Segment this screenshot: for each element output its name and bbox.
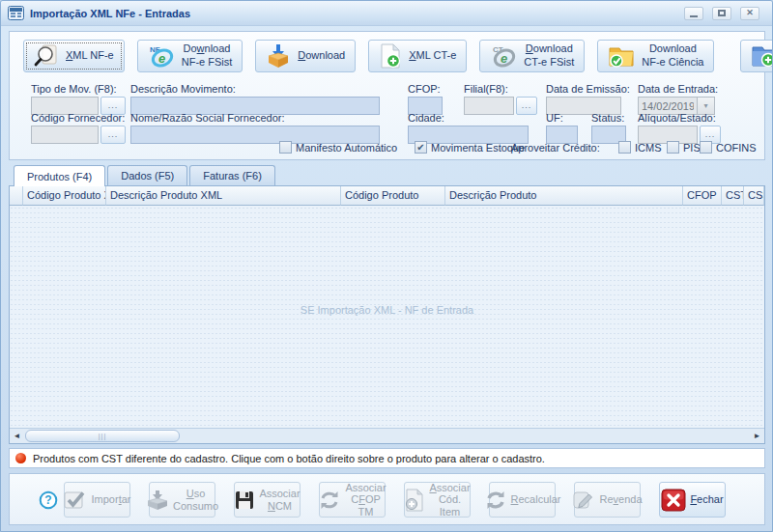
associar-cod-item-button: AssociarCód. Item — [404, 482, 471, 518]
uso-consumo-button-label: UsoConsumo — [173, 488, 218, 512]
col-row-indicator[interactable] — [10, 186, 23, 206]
horizontal-scrollbar[interactable]: ◄ ||| ► — [10, 428, 764, 443]
opcoes-button[interactable]: Opções + — [740, 40, 773, 72]
download-box-icon — [266, 43, 291, 69]
minimize-button[interactable] — [684, 7, 703, 20]
checkbox-manifesto-automatico[interactable]: Manifesto Automático — [279, 141, 397, 154]
col-cfop[interactable]: CFOP — [683, 186, 722, 206]
tipo-mov-field: Tipo de Mov. (F8): ... — [31, 83, 126, 115]
col-cst[interactable]: CST — [722, 186, 744, 206]
scroll-grip-icon: ||| — [99, 433, 106, 439]
descricao-movimento-label: Descrição Movimento: — [130, 83, 380, 95]
codigo-fornecedor-label: Código Fornecedor: — [31, 112, 126, 124]
importar-button-label: Importar — [92, 493, 131, 506]
col-descricao-produto-xml[interactable]: Descrição Produto XML — [106, 186, 341, 206]
products-grid: Código Produto XMLDescrição Produto XMLC… — [9, 185, 765, 444]
tab-control: Produtos (F4)Dados (F5)Faturas (F6) Códi… — [9, 164, 765, 444]
grid-body[interactable]: SE Importação XML - NF de Entrada — [10, 206, 764, 429]
recalcular-button: Recalcular — [489, 482, 556, 518]
header-panel: XML NF-eNFeDownloadNF-e FSistDownloadXML… — [9, 31, 765, 160]
checkbox-icms[interactable]: ICMS — [618, 141, 662, 154]
close-red-icon — [661, 489, 686, 512]
titlebar: Importação XML NFe - Entradas ✕ — [1, 1, 772, 26]
download-cte-fsist-button-label: DownloadCT-e FSist — [524, 42, 574, 70]
associar-cod-item-button-label: AssociarCód. Item — [429, 482, 470, 518]
pencil-icon — [572, 490, 595, 511]
revenda-button-label: Revenda — [599, 493, 642, 506]
col-codigo-produto-xml[interactable]: Código Produto XML — [23, 186, 106, 206]
svg-text:e: e — [501, 51, 507, 66]
scroll-thumb[interactable]: ||| — [25, 430, 180, 442]
checkbox-movimenta-estoque[interactable]: ✔Movimenta Estoque — [415, 141, 525, 154]
data-entrada-field: Data de Entrada: ▾ — [638, 83, 718, 115]
data-emissao-label: Data de Emissão: — [546, 83, 630, 95]
checked-icon: ✔ — [415, 141, 427, 154]
download-cte-fsist-button[interactable]: CTeDownloadCT-e FSist — [479, 40, 585, 72]
search-icon — [34, 44, 59, 68]
uf-label: UF: — [546, 112, 578, 124]
svg-text:?: ? — [44, 493, 51, 507]
download-button-label: Download — [298, 49, 345, 63]
scroll-left-icon[interactable]: ◄ — [10, 429, 24, 443]
options-row: Manifesto Automático✔Movimenta EstoqueAp… — [10, 141, 764, 156]
app-window: Importação XML NFe - Entradas ✕ XML NF-e… — [0, 0, 773, 532]
xml-nfe-button-label: XML NF-e — [66, 49, 114, 63]
tipo-mov-label: Tipo de Mov. (F8): — [31, 83, 126, 95]
aliquota-estado-field: Alíquota/Estado: ... — [638, 112, 721, 144]
col-css[interactable]: CSS — [744, 186, 764, 206]
importar-button: Importar — [64, 482, 130, 518]
unchecked-icon — [279, 141, 292, 154]
grid-watermark: SE Importação XML - NF de Entrada — [10, 304, 764, 316]
document-plus-icon — [404, 489, 425, 512]
codigo-fornecedor-field: Código Fornecedor: ... — [31, 112, 126, 144]
tab-produtos[interactable]: Produtos (F4) — [14, 165, 105, 186]
fechar-button[interactable]: Fechar — [659, 482, 726, 518]
app-icon — [8, 6, 25, 21]
data-entrada-label: Data de Entrada: — [638, 83, 718, 95]
associar-cfop-tm-button-label: AssociarCFOP TM — [345, 482, 386, 518]
checkbox-pis[interactable]: PIS — [667, 141, 701, 154]
tab-faturas[interactable]: Faturas (F6) — [189, 165, 275, 185]
status-bar: Produtos com CST diferente do cadastro. … — [9, 448, 765, 468]
cidade-field: Cidade: — [408, 112, 529, 144]
unchecked-icon — [618, 141, 631, 154]
maximize-icon — [718, 10, 726, 16]
minimize-icon — [690, 15, 698, 17]
status-label: Status: — [591, 112, 626, 124]
filial-label: Filial(F8): — [464, 83, 537, 95]
download-button[interactable]: Download — [255, 40, 356, 72]
associar-ncm-button-label: AssociarNCM — [259, 488, 300, 512]
maximize-button[interactable] — [712, 7, 731, 20]
associar-ncm-button: AssociarNCM — [234, 482, 301, 518]
scroll-right-icon[interactable]: ► — [750, 429, 764, 443]
xml-cte-plus-icon — [379, 43, 402, 69]
download-nfe-fsist-button[interactable]: NFeDownloadNF-e FSist — [137, 40, 243, 72]
xml-nfe-button[interactable]: XML NF-e — [23, 40, 125, 72]
tab-dados[interactable]: Dados (F5) — [107, 165, 187, 185]
col-codigo-produto[interactable]: Código Produto — [341, 186, 445, 206]
window-title: Importação XML NFe - Entradas — [30, 8, 679, 19]
cte-fsist-icon: CTe — [490, 43, 517, 70]
unchecked-icon — [700, 141, 712, 154]
checkbox-cofins[interactable]: COFINS — [700, 141, 757, 154]
unchecked-icon — [667, 141, 679, 154]
nome-fornecedor-field: Nome/Razão Social Fornecedor: — [130, 112, 380, 144]
grid-header: Código Produto XMLDescrição Produto XMLC… — [10, 186, 764, 206]
download-nfe-ciencia-button[interactable]: DownloadNF-e Ciência — [597, 40, 714, 72]
uf-field: UF: — [546, 112, 578, 144]
status-message: Produtos com CST diferente do cadastro. … — [33, 453, 545, 464]
close-icon: ✕ — [746, 9, 754, 17]
status-field: Status: — [591, 112, 626, 144]
checkbox-pis-label: PIS — [683, 142, 701, 154]
refresh-icon — [484, 490, 507, 511]
folder-check-icon — [608, 44, 635, 69]
help-icon[interactable]: ? — [39, 490, 58, 510]
alert-red-icon — [15, 453, 26, 463]
xml-cte-button[interactable]: XML CT-e — [368, 40, 467, 72]
associar-cfop-tm-button: AssociarCFOP TM — [319, 482, 386, 518]
close-button[interactable]: ✕ — [740, 7, 759, 20]
col-descricao-produto[interactable]: Descrição Produto — [445, 186, 683, 206]
footer-buttons: ImportarUsoConsumoAssociarNCMAssociarCFO… — [64, 482, 726, 518]
aproveitar-credito-label: Aproveitar Crédito: — [511, 141, 600, 154]
footer-panel: ? ImportarUsoConsumoAssociarNCMAssociarC… — [9, 473, 765, 525]
